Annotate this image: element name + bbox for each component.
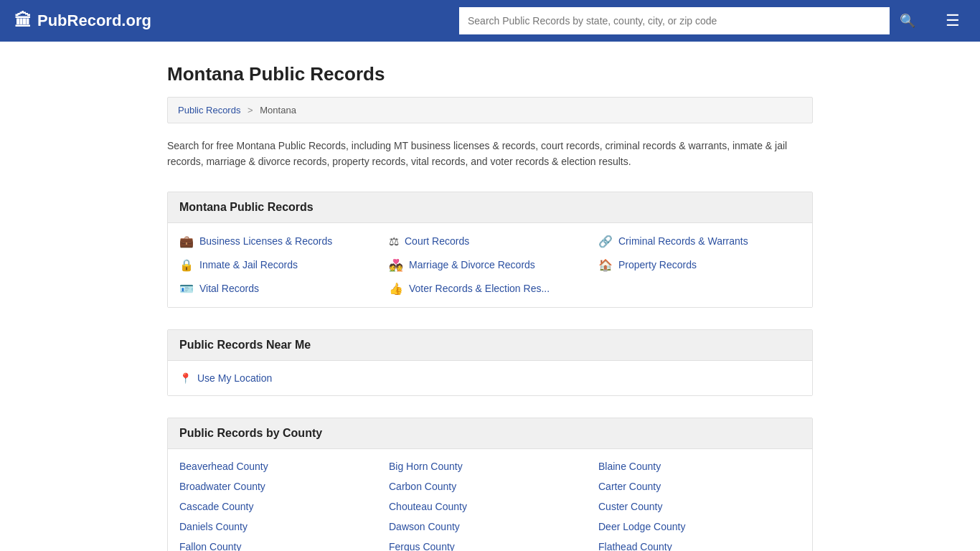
main-content: Montana Public Records Public Records > … [153, 63, 827, 551]
county-item[interactable]: Carbon County [389, 481, 591, 492]
county-item[interactable]: Carter County [598, 481, 801, 492]
location-icon: 📍 [179, 372, 192, 384]
records-section-body: 💼 Business Licenses & Records⚖ Court Rec… [168, 223, 812, 307]
county-item[interactable]: Cascade County [179, 501, 382, 512]
county-section-heading: Public Records by County [168, 418, 812, 449]
record-item[interactable]: 💑 Marriage & Divorce Records [389, 258, 591, 272]
record-label: Business Licenses & Records [199, 235, 332, 247]
use-my-location-item[interactable]: 📍 Use My Location [179, 372, 801, 384]
record-item[interactable]: ⚖ Court Records [389, 235, 591, 248]
record-icon: 🏠 [598, 258, 613, 272]
record-item[interactable]: 🏠 Property Records [598, 258, 801, 272]
breadcrumb-current: Montana [260, 105, 296, 116]
county-item[interactable]: Daniels County [179, 521, 382, 532]
record-item[interactable]: 🔗 Criminal Records & Warrants [598, 235, 801, 248]
record-icon: 🔗 [598, 235, 613, 248]
breadcrumb-parent-link[interactable]: Public Records [178, 105, 240, 116]
records-section-heading: Montana Public Records [168, 192, 812, 223]
search-icon: 🔍 [900, 14, 915, 28]
county-item[interactable]: Broadwater County [179, 481, 382, 492]
county-item[interactable]: Flathead County [598, 541, 801, 551]
county-item[interactable]: Deer Lodge County [598, 521, 801, 532]
breadcrumb: Public Records > Montana [167, 97, 813, 123]
logo-text: PubRecord.org [37, 11, 151, 30]
county-item[interactable]: Chouteau County [389, 501, 591, 512]
record-icon: 🪪 [179, 282, 194, 296]
record-label: Marriage & Divorce Records [409, 259, 535, 270]
hamburger-icon: ☰ [946, 11, 960, 29]
county-section: Public Records by County Beaverhead Coun… [167, 418, 813, 551]
search-input[interactable] [459, 7, 890, 34]
county-grid: Beaverhead CountyBig Horn CountyBlaine C… [179, 461, 801, 551]
county-item[interactable]: Beaverhead County [179, 461, 382, 472]
record-icon: ⚖ [389, 235, 399, 248]
logo-icon: 🏛 [14, 11, 32, 31]
county-item[interactable]: Blaine County [598, 461, 801, 472]
records-section: Montana Public Records 💼 Business Licens… [167, 192, 813, 308]
near-me-heading: Public Records Near Me [168, 330, 812, 361]
record-label: Voter Records & Election Res... [409, 283, 550, 294]
search-button[interactable]: 🔍 [890, 7, 925, 34]
record-label: Court Records [405, 235, 469, 247]
site-logo[interactable]: 🏛 PubRecord.org [14, 11, 151, 31]
menu-button[interactable]: ☰ [940, 10, 966, 32]
county-item[interactable]: Custer County [598, 501, 801, 512]
record-label: Inmate & Jail Records [199, 259, 298, 270]
record-label: Vital Records [199, 283, 259, 294]
record-icon: 👍 [389, 282, 403, 296]
near-me-section: Public Records Near Me 📍 Use My Location [167, 329, 813, 396]
county-item[interactable]: Big Horn County [389, 461, 591, 472]
county-item[interactable]: Fallon County [179, 541, 382, 551]
page-description: Search for free Montana Public Records, … [167, 138, 813, 170]
record-item[interactable]: 🔒 Inmate & Jail Records [179, 258, 382, 272]
record-item[interactable]: 🪪 Vital Records [179, 282, 382, 296]
record-label: Criminal Records & Warrants [618, 235, 748, 247]
near-me-body: 📍 Use My Location [168, 361, 812, 395]
record-label: Property Records [618, 259, 697, 270]
search-bar: 🔍 [459, 7, 925, 34]
record-item[interactable]: 👍 Voter Records & Election Res... [389, 282, 591, 296]
record-icon: 🔒 [179, 258, 194, 272]
records-grid: 💼 Business Licenses & Records⚖ Court Rec… [179, 235, 801, 296]
county-item[interactable]: Dawson County [389, 521, 591, 532]
use-my-location-label: Use My Location [197, 372, 272, 384]
record-item[interactable]: 💼 Business Licenses & Records [179, 235, 382, 248]
record-icon: 💑 [389, 258, 403, 272]
page-title: Montana Public Records [167, 63, 813, 85]
county-section-body: Beaverhead CountyBig Horn CountyBlaine C… [168, 449, 812, 551]
county-item[interactable]: Fergus County [389, 541, 591, 551]
record-icon: 💼 [179, 235, 194, 248]
breadcrumb-separator: > [248, 105, 253, 116]
